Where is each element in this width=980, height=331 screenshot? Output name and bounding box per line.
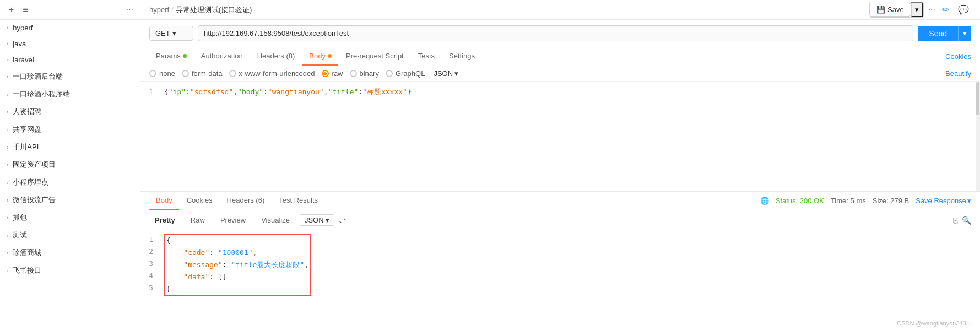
tab-headers-label: Headers (8) — [257, 52, 295, 60]
sidebar-item[interactable]: ›共享网盘 — [0, 121, 140, 138]
radio-none-dot — [149, 70, 156, 77]
chat-button[interactable]: 💬 — [956, 2, 971, 17]
method-select[interactable]: GET ▾ — [149, 26, 193, 41]
resp-line-num-3: 3 — [147, 258, 153, 270]
params-dot — [183, 54, 187, 58]
breadcrumb-separator: / — [171, 6, 174, 14]
sidebar-item[interactable]: ›小程序埋点 — [0, 173, 140, 191]
format-tab-visualize[interactable]: Visualize — [256, 214, 295, 226]
response-json-select[interactable]: JSON ▾ — [300, 214, 334, 226]
send-button[interactable]: Send — [918, 26, 958, 41]
cookies-link[interactable]: Cookies — [945, 52, 971, 61]
tab-body[interactable]: Body — [302, 47, 338, 66]
tab-body-label: Body — [309, 52, 326, 60]
resp-line-num-1: 1 — [147, 234, 153, 246]
resp-line-num-5: 5 — [147, 282, 153, 294]
method-value: GET — [155, 29, 170, 37]
tab-settings[interactable]: Settings — [442, 47, 481, 66]
tab-params[interactable]: Params — [149, 47, 193, 66]
sidebar-menu-button[interactable]: ≡ — [20, 3, 30, 17]
save-response-button[interactable]: Save Response ▾ — [916, 197, 971, 205]
chevron-icon: › — [7, 25, 8, 31]
sidebar-item[interactable]: ›千川API — [0, 138, 140, 156]
json-type-label: JSON — [434, 69, 453, 78]
response-json-label: JSON — [305, 216, 324, 224]
url-input[interactable] — [198, 25, 913, 41]
format-preview-label: Preview — [220, 216, 246, 224]
main-content: hyperf / 异常处理测试(接口验证) 💾 Save ▾ ··· ✏ 💬 G… — [140, 0, 980, 331]
response-tab-body-label: Body — [156, 196, 172, 204]
json-chevron: ▾ — [454, 69, 458, 78]
edit-button[interactable]: ✏ — [940, 2, 951, 17]
response-tab-body[interactable]: Body — [149, 192, 179, 210]
sidebar-item-label: 千川API — [13, 142, 39, 152]
sidebar-item[interactable]: ›java — [0, 36, 140, 52]
resp-line-num-4: 4 — [147, 270, 153, 282]
radio-graphql-dot — [386, 70, 393, 77]
editor-scrollbar[interactable] — [976, 82, 980, 191]
sidebar-item-label: 一口珍酒后台端 — [13, 72, 63, 82]
sidebar-item-label: 固定资产项目 — [13, 160, 56, 170]
format-tab-preview[interactable]: Preview — [215, 214, 251, 226]
resp-line-4: "data": [] — [166, 271, 308, 283]
sidebar-item-label: java — [13, 40, 26, 48]
sidebar-dots-button[interactable]: ··· — [126, 5, 133, 15]
format-visualize-label: Visualize — [261, 216, 290, 224]
topbar-dots-button[interactable]: ··· — [928, 5, 935, 15]
tab-headers[interactable]: Headers (8) — [251, 47, 302, 66]
editor-line-numbers: 1 — [140, 86, 160, 187]
editor-area: 1 {"ip":"sdfsdfsd","body":"wangtianyou",… — [140, 82, 980, 192]
beautify-link[interactable]: Beautify — [945, 69, 971, 78]
save-response-label: Save Response — [916, 197, 966, 205]
response-json: 1 2 3 4 5 { "code": "100001", "message":… — [140, 230, 980, 300]
chevron-icon: › — [7, 74, 8, 80]
chevron-icon: › — [7, 91, 8, 97]
sidebar-item[interactable]: ›人资招聘 — [0, 103, 140, 121]
radio-form-data[interactable]: form-data — [182, 69, 223, 78]
radio-binary-label: binary — [360, 69, 379, 78]
copy-response-button[interactable]: ⎘ — [953, 216, 957, 225]
sidebar-item[interactable]: ›抓包 — [0, 209, 140, 226]
radio-urlencoded[interactable]: x-www-form-urlencoded — [229, 69, 315, 78]
radio-graphql[interactable]: GraphQL — [386, 69, 425, 78]
sidebar-item[interactable]: ›laravel — [0, 52, 140, 68]
code-key-ip: "ip" — [169, 88, 186, 96]
tab-params-label: Params — [156, 52, 181, 60]
code-line-1: {"ip":"sdfsdfsd","body":"wangtianyou","t… — [164, 86, 976, 98]
response-highlight-box: { "code": "100001", "message": "title最大长… — [164, 234, 311, 296]
radio-none[interactable]: none — [149, 69, 175, 78]
json-type-select[interactable]: JSON ▾ — [434, 69, 458, 78]
radio-none-label: none — [159, 69, 175, 78]
radio-binary[interactable]: binary — [350, 69, 379, 78]
sidebar-item[interactable]: ›珍酒商城 — [0, 244, 140, 262]
filter-icon-button[interactable]: ⇌ — [339, 215, 346, 225]
response-tab-cookies[interactable]: Cookies — [180, 192, 219, 210]
save-button[interactable]: 💾 Save — [869, 3, 911, 17]
sidebar-item[interactable]: ›飞书接口 — [0, 262, 140, 279]
code-key-body: "body" — [237, 88, 263, 96]
radio-raw[interactable]: raw — [322, 69, 343, 78]
line-number-1: 1 — [147, 86, 153, 98]
response-tab-test-results-label: Test Results — [279, 196, 318, 204]
sidebar-item[interactable]: ›固定资产项目 — [0, 156, 140, 173]
radio-form-data-label: form-data — [192, 69, 223, 78]
sidebar-item[interactable]: ›hyperf — [0, 20, 140, 36]
topbar-left: hyperf / 异常处理测试(接口验证) — [149, 5, 252, 15]
save-arrow-button[interactable]: ▾ — [911, 2, 923, 17]
add-collection-button[interactable]: + — [7, 3, 16, 17]
editor-content: 1 {"ip":"sdfsdfsd","body":"wangtianyou",… — [140, 82, 980, 191]
send-arrow-button[interactable]: ▾ — [958, 26, 971, 41]
sidebar-item[interactable]: ›微信投流广告 — [0, 191, 140, 209]
editor-code[interactable]: {"ip":"sdfsdfsd","body":"wangtianyou","t… — [160, 86, 980, 187]
sidebar-item[interactable]: ›测试 — [0, 226, 140, 244]
tab-tests[interactable]: Tests — [412, 47, 441, 66]
search-response-button[interactable]: 🔍 — [962, 216, 971, 225]
response-tab-headers[interactable]: Headers (6) — [220, 192, 272, 210]
response-tab-test-results[interactable]: Test Results — [272, 192, 324, 210]
tab-pre-request[interactable]: Pre-request Script — [339, 47, 410, 66]
sidebar-item[interactable]: ›一口珍酒小程序端 — [0, 85, 140, 103]
tab-authorization[interactable]: Authorization — [194, 47, 250, 66]
format-tab-pretty[interactable]: Pretty — [149, 214, 181, 226]
format-tab-raw[interactable]: Raw — [185, 214, 210, 226]
sidebar-item[interactable]: ›一口珍酒后台端 — [0, 68, 140, 85]
